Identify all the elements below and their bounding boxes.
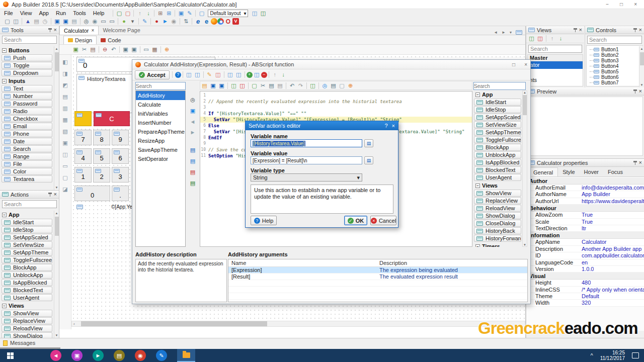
- menu-run[interactable]: Run: [56, 10, 66, 16]
- snippet-icon[interactable]: ▢: [250, 82, 259, 89]
- item-dropdown[interactable]: Dropdown: [2, 69, 52, 76]
- redo-icon[interactable]: ↷: [296, 82, 305, 89]
- menu-app[interactable]: App: [39, 10, 49, 16]
- property-section-behaviour[interactable]: Behaviour: [526, 205, 644, 212]
- views-panel-header[interactable]: Views ×: [526, 26, 584, 34]
- item-showdialog[interactable]: ShowDialog: [2, 332, 52, 338]
- form-options-icon[interactable]: ⊕: [163, 46, 171, 53]
- variable-type-select[interactable]: String ▾: [251, 173, 362, 182]
- doc-html-icon[interactable]: ▤: [190, 147, 195, 153]
- scroll-thumb[interactable]: [81, 321, 267, 326]
- pin-icon[interactable]: [48, 192, 52, 197]
- item-togglefullscreen[interactable]: ToggleFullscreen: [2, 256, 52, 263]
- view-item[interactable]: Contents: [527, 76, 583, 84]
- align-middle-icon[interactable]: ▣: [62, 140, 67, 146]
- property-section-author[interactable]: Author: [526, 177, 644, 185]
- function-search-input[interactable]: [135, 82, 186, 90]
- key-control-8[interactable]: 8: [93, 130, 110, 145]
- item-setviewsize[interactable]: SetViewSize: [474, 121, 521, 128]
- help-icon[interactable]: ?: [175, 72, 181, 78]
- firefox-icon[interactable]: [211, 18, 217, 25]
- item-email[interactable]: Email: [2, 123, 52, 130]
- item-setviewsize[interactable]: SetViewSize: [2, 241, 52, 248]
- opera-icon[interactable]: O: [224, 18, 232, 25]
- save-icon[interactable]: ▣: [53, 18, 61, 25]
- tree-item-button1[interactable]: Button1: [587, 47, 642, 52]
- item-number[interactable]: Number: [2, 93, 52, 100]
- pin-icon[interactable]: [574, 28, 577, 33]
- tabs-list-icon[interactable]: ▾: [510, 30, 512, 35]
- item-search[interactable]: Search: [2, 145, 52, 152]
- close-icon[interactable]: ×: [54, 192, 57, 197]
- variable-name-input[interactable]: [HistoryTextarea.Value]: [251, 139, 362, 147]
- delete-form-icon[interactable]: ▢: [123, 10, 132, 17]
- item-phone[interactable]: Phone: [2, 130, 52, 137]
- scroll-left-icon[interactable]: ‹: [72, 322, 75, 326]
- code-line-4[interactable]: 4If "[HistoryTextarea.Value]" "==" "": [200, 111, 472, 117]
- close-icon[interactable]: ×: [639, 27, 642, 33]
- project-save-icon[interactable]: ⊞: [165, 10, 173, 17]
- property-row[interactable]: AllowZoomTrue: [526, 212, 644, 218]
- up-icon[interactable]: ↑: [271, 71, 279, 78]
- item-idlestop[interactable]: IdleStop: [474, 106, 521, 113]
- function-item-initvariables[interactable]: InitVariables: [136, 109, 185, 118]
- tree-item-button6[interactable]: Button6: [587, 74, 642, 80]
- lock-all-icon[interactable]: ▣: [130, 46, 138, 53]
- code-line-3[interactable]: 3: [200, 105, 472, 111]
- item-date[interactable]: Date: [2, 138, 52, 145]
- publish-icon[interactable]: ▲: [24, 18, 32, 25]
- key-control-0[interactable]: 0: [74, 186, 110, 201]
- actions-scrollbar[interactable]: ▲ ▼: [54, 211, 59, 338]
- editor-titlebar[interactable]: Calculator AddHistory(Expression, Result…: [132, 60, 530, 69]
- tools-panel-header[interactable]: Tools ×: [0, 26, 59, 34]
- rename-function-icon[interactable]: ✎: [205, 71, 214, 78]
- paste-icon[interactable]: ▤: [89, 46, 97, 53]
- add-icon[interactable]: +: [247, 72, 253, 78]
- argument-row[interactable]: [Result]The evaluated expression result: [228, 274, 527, 280]
- lock-icon[interactable]: ▣: [121, 46, 130, 53]
- tree-item-button8[interactable]: Button8: [587, 85, 642, 86]
- controls-scrollbar[interactable]: ▲ ▼: [639, 46, 644, 87]
- pin-icon[interactable]: [633, 89, 637, 94]
- item-isappblocked[interactable]: IsAppBlocked: [2, 279, 52, 286]
- layout-load-icon[interactable]: ◫: [259, 10, 267, 17]
- cut-icon[interactable]: ✂: [259, 82, 267, 89]
- copy-icon[interactable]: ▤: [70, 18, 78, 25]
- search-icon[interactable]: ◎: [82, 18, 91, 25]
- key-control-3[interactable]: 3: [112, 167, 129, 183]
- collapse-icon[interactable]: −: [2, 213, 7, 217]
- tree-item-button2[interactable]: Button2: [587, 52, 642, 58]
- backspace-button-control[interactable]: [74, 111, 92, 126]
- scroll-up-icon[interactable]: ▲: [55, 211, 58, 216]
- comment-add-icon[interactable]: ◫: [229, 82, 238, 89]
- dialog-titlebar[interactable]: SetVar action's editor ? ×: [246, 121, 398, 130]
- close-icon[interactable]: ×: [54, 27, 57, 33]
- group-header-app[interactable]: −App: [473, 90, 522, 98]
- start-button[interactable]: [0, 349, 20, 362]
- item-toggle[interactable]: Toggle: [2, 62, 52, 69]
- delete-function-icon[interactable]: ◫: [214, 71, 222, 78]
- new-project-icon[interactable]: ▢: [3, 18, 12, 25]
- open-project-icon[interactable]: ◫: [12, 18, 20, 25]
- property-section-visual[interactable]: Visual: [526, 273, 644, 280]
- close-icon[interactable]: ×: [392, 123, 395, 129]
- item-idlestop[interactable]: IdleStop: [2, 226, 52, 233]
- menu-file[interactable]: File: [4, 10, 13, 16]
- layers-icon[interactable]: ◨: [62, 70, 67, 77]
- tools-scrollbar[interactable]: ▲ ▼: [54, 46, 59, 190]
- refresh-icon[interactable]: ◫: [308, 82, 317, 89]
- group-header-views[interactable]: −Views: [473, 182, 522, 189]
- properties-tab-style[interactable]: Style: [558, 167, 579, 176]
- variable-value-input[interactable]: [Expression] = [Result]\n: [251, 156, 362, 164]
- scroll-down-icon[interactable]: ▼: [640, 82, 643, 87]
- view-up-icon[interactable]: ↑: [548, 35, 556, 42]
- group-header-views[interactable]: −Views: [0, 302, 54, 309]
- item-push[interactable]: Push: [2, 54, 52, 61]
- property-row[interactable]: IDcom.appbuilder.calculator: [526, 252, 644, 259]
- scroll-down-icon[interactable]: ▼: [55, 185, 58, 190]
- cancel-button[interactable]: × Cancel: [370, 216, 396, 225]
- function-item-addhistory[interactable]: AddHistory: [136, 91, 185, 100]
- item-checkbox[interactable]: Checkbox: [2, 115, 52, 122]
- zoom-icon[interactable]: ◎: [320, 82, 329, 89]
- sort-icon[interactable]: ⇅: [182, 18, 190, 25]
